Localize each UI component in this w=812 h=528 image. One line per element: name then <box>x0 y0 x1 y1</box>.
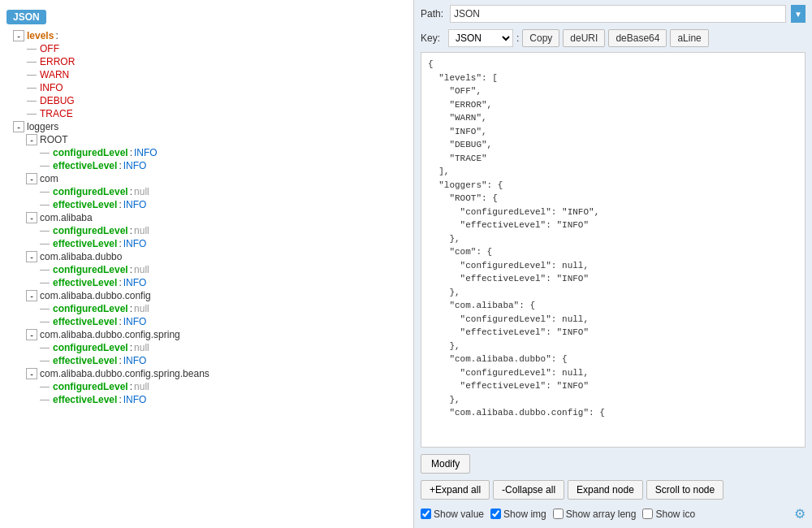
show-ico-checkbox[interactable] <box>642 509 653 519</box>
show-value-label: Show value <box>434 509 484 520</box>
collapse-all-button[interactable]: -Collapse all <box>493 480 564 500</box>
com-toggle[interactable]: - <box>26 173 37 184</box>
dubbo-configured-node[interactable]: — configuredLevel : null <box>0 263 413 276</box>
level-trace[interactable]: — TRACE <box>0 107 413 120</box>
dubbo-effective-node[interactable]: — effectiveLevel : INFO <box>0 276 413 289</box>
path-dropdown-arrow[interactable]: ▼ <box>791 5 806 23</box>
alibaba-logger-node[interactable]: - com.alibaba <box>0 211 413 224</box>
alibaba-configured-node[interactable]: — configuredLevel : null <box>0 224 413 237</box>
com-configured-node[interactable]: — configuredLevel : null <box>0 185 413 198</box>
key-select[interactable]: JSON <box>448 29 513 47</box>
show-img-label: Show img <box>503 509 546 520</box>
dubbo-config-logger-node[interactable]: - com.alibaba.dubbo.config <box>0 289 413 302</box>
action-bar: +Expand all -Collapse all Expand node Sc… <box>414 478 812 504</box>
expand-node-button[interactable]: Expand node <box>568 480 643 500</box>
loggers-key: loggers <box>27 121 58 132</box>
level-off[interactable]: — OFF <box>0 42 413 55</box>
loggers-toggle[interactable]: - <box>13 121 24 132</box>
level-error[interactable]: — ERROR <box>0 55 413 68</box>
loggers-node[interactable]: - loggers <box>0 120 413 133</box>
json-root-button[interactable]: JSON <box>6 10 46 24</box>
dubbo-beans-label: com.alibaba.dubbo.config.spring.beans <box>40 368 209 379</box>
key-label: Key: <box>421 32 445 44</box>
show-array-leng-checkbox[interactable] <box>553 509 564 519</box>
dubbo-config-toggle[interactable]: - <box>26 290 37 301</box>
path-input[interactable] <box>450 5 786 23</box>
path-label: Path: <box>421 8 445 19</box>
show-ico-option[interactable]: Show ico <box>642 509 695 520</box>
dubbo-spring-logger-node[interactable]: - com.alibaba.dubbo.config.spring <box>0 328 413 341</box>
aline-button[interactable]: aLine <box>670 29 708 47</box>
key-bar: Key: JSON : Copy deURI deBase64 aLine <box>414 28 812 52</box>
level-warn[interactable]: — WARN <box>0 68 413 81</box>
level-info[interactable]: — INFO <box>0 81 413 94</box>
levels-key: levels <box>27 30 54 41</box>
dubbo-spring-toggle[interactable]: - <box>26 329 37 340</box>
dubbo-toggle[interactable]: - <box>26 251 37 262</box>
show-img-checkbox[interactable] <box>490 509 501 519</box>
show-ico-label: Show ico <box>655 509 695 520</box>
scroll-node-button[interactable]: Scroll to node <box>646 480 723 500</box>
copy-button[interactable]: Copy <box>522 29 559 47</box>
modify-button[interactable]: Modify <box>421 454 470 474</box>
dubbo-config-label: com.alibaba.dubbo.config <box>40 290 151 301</box>
dubbo-spring-effective-node[interactable]: — effectiveLevel : INFO <box>0 354 413 367</box>
dubbo-beans-configured-node[interactable]: — configuredLevel : null <box>0 380 413 393</box>
dubbo-beans-logger-node[interactable]: - com.alibaba.dubbo.config.spring.beans <box>0 367 413 380</box>
dubbo-spring-label: com.alibaba.dubbo.config.spring <box>40 329 180 340</box>
expand-all-button[interactable]: +Expand all <box>421 480 490 500</box>
show-value-option[interactable]: Show value <box>421 509 484 520</box>
com-effective-node[interactable]: — effectiveLevel : INFO <box>0 198 413 211</box>
alibaba-toggle[interactable]: - <box>26 212 37 223</box>
tree-panel: JSON - levels : — OFF — ERROR — WARN — I… <box>0 0 414 528</box>
root-effective-node[interactable]: — effectiveLevel : INFO <box>0 159 413 172</box>
options-bar: Show value Show img Show array leng Show… <box>414 504 812 528</box>
com-label: com <box>40 173 58 184</box>
key-colon: : <box>516 32 519 44</box>
debase64-button[interactable]: deBase64 <box>608 29 667 47</box>
show-array-leng-label: Show array leng <box>566 509 637 520</box>
deuri-button[interactable]: deURI <box>563 29 605 47</box>
json-display[interactable]: { "levels": [ "OFF", "ERROR", "WARN", "I… <box>421 52 806 448</box>
show-img-option[interactable]: Show img <box>490 509 546 520</box>
dubbo-label: com.alibaba.dubbo <box>40 251 122 262</box>
dubbo-beans-effective-node[interactable]: — effectiveLevel : INFO <box>0 393 413 406</box>
root-toggle[interactable]: - <box>26 134 37 145</box>
root-configured-node[interactable]: — configuredLevel : INFO <box>0 146 413 159</box>
show-array-leng-option[interactable]: Show array leng <box>553 509 637 520</box>
show-value-checkbox[interactable] <box>421 509 431 519</box>
alibaba-label: com.alibaba <box>40 212 93 223</box>
dubbo-beans-toggle[interactable]: - <box>26 368 37 379</box>
root-label: ROOT <box>40 134 68 145</box>
modify-bar: Modify <box>414 452 812 478</box>
levels-toggle[interactable]: - <box>13 30 24 41</box>
levels-node[interactable]: - levels : <box>0 29 413 42</box>
dubbo-config-configured-node[interactable]: — configuredLevel : null <box>0 302 413 315</box>
level-debug[interactable]: — DEBUG <box>0 94 413 107</box>
dubbo-config-effective-node[interactable]: — effectiveLevel : INFO <box>0 315 413 328</box>
right-panel: Path: ▼ Key: JSON : Copy deURI deBase64 … <box>414 0 812 528</box>
com-logger-node[interactable]: - com <box>0 172 413 185</box>
gear-icon[interactable]: ⚙ <box>794 506 806 522</box>
alibaba-effective-node[interactable]: — effectiveLevel : INFO <box>0 237 413 250</box>
path-bar: Path: ▼ <box>414 0 812 28</box>
dubbo-logger-node[interactable]: - com.alibaba.dubbo <box>0 250 413 263</box>
dubbo-spring-configured-node[interactable]: — configuredLevel : null <box>0 341 413 354</box>
root-logger-node[interactable]: - ROOT <box>0 133 413 146</box>
